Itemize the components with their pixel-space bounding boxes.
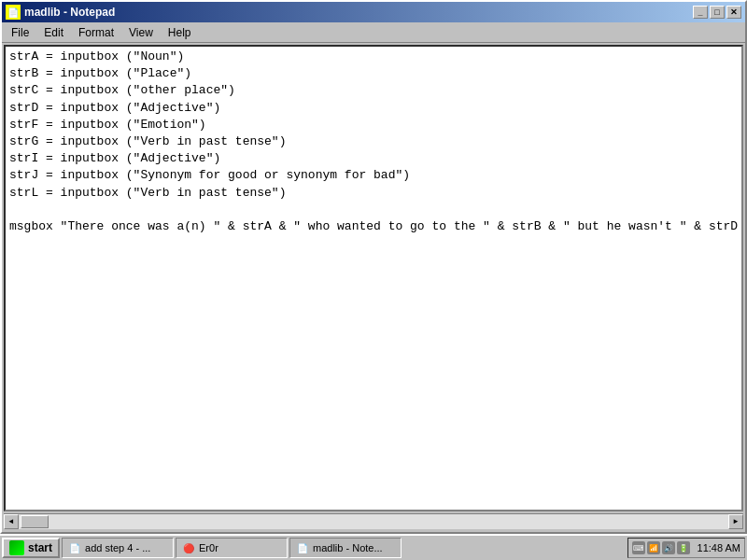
menu-edit[interactable]: Edit (36, 22, 71, 42)
horizontal-scrollbar[interactable]: ◄ ► (4, 513, 743, 528)
app-icon: 📄 (6, 5, 21, 20)
clock: 11:48 AM (694, 542, 740, 553)
scroll-track[interactable] (19, 514, 728, 529)
menu-help[interactable]: Help (161, 22, 199, 42)
window-title: madlib - Notepad (24, 6, 115, 19)
minimize-button[interactable]: _ (693, 6, 708, 19)
title-bar-left: 📄 madlib - Notepad (6, 5, 115, 20)
start-button[interactable]: start (2, 538, 60, 558)
notepad-window: 📄 madlib - Notepad _ □ ✕ File Edit Forma… (0, 0, 747, 534)
taskbar-icon-add-step: 📄 (68, 541, 81, 554)
taskbar: start 📄 add step 4 - ... 🔴 Er0r 📄 madlib… (0, 534, 747, 560)
start-icon (9, 540, 24, 555)
taskbar-label-madlib: madlib - Note... (313, 542, 383, 553)
title-bar: 📄 madlib - Notepad _ □ ✕ (2, 2, 745, 22)
maximize-button[interactable]: □ (710, 6, 725, 19)
scroll-thumb[interactable] (21, 515, 49, 528)
scroll-left-button[interactable]: ◄ (4, 514, 19, 529)
editor-content[interactable]: strA = inputbox ("Noun") strB = inputbox… (6, 47, 741, 510)
scroll-right-button[interactable]: ► (728, 514, 743, 529)
taskbar-btn-add-step[interactable]: 📄 add step 4 - ... (62, 538, 174, 558)
taskbar-label-add-step: add step 4 - ... (85, 542, 150, 553)
close-button[interactable]: ✕ (726, 6, 741, 19)
tray-icon-4: 🔋 (677, 541, 690, 554)
start-label: start (28, 541, 52, 554)
tray-icon-2: 📶 (647, 541, 660, 554)
menu-bar: File Edit Format View Help (2, 22, 745, 43)
menu-file[interactable]: File (4, 22, 36, 42)
menu-format[interactable]: Format (71, 22, 121, 42)
tray-icon-1: ⌨ (632, 541, 645, 554)
taskbar-tray: ⌨ 📶 🔊 🔋 11:48 AM (627, 538, 745, 558)
taskbar-btn-madlib[interactable]: 📄 madlib - Note... (289, 538, 402, 558)
taskbar-btn-error[interactable]: 🔴 Er0r (176, 538, 288, 558)
taskbar-icon-madlib: 📄 (296, 541, 309, 554)
tray-icon-3: 🔊 (662, 541, 675, 554)
menu-view[interactable]: View (121, 22, 161, 42)
taskbar-label-error: Er0r (199, 542, 218, 553)
editor-container[interactable]: strA = inputbox ("Noun") strB = inputbox… (4, 45, 743, 511)
taskbar-icon-error: 🔴 (182, 541, 195, 554)
tray-icons: ⌨ 📶 🔊 🔋 (632, 541, 690, 554)
title-bar-buttons: _ □ ✕ (693, 6, 741, 19)
